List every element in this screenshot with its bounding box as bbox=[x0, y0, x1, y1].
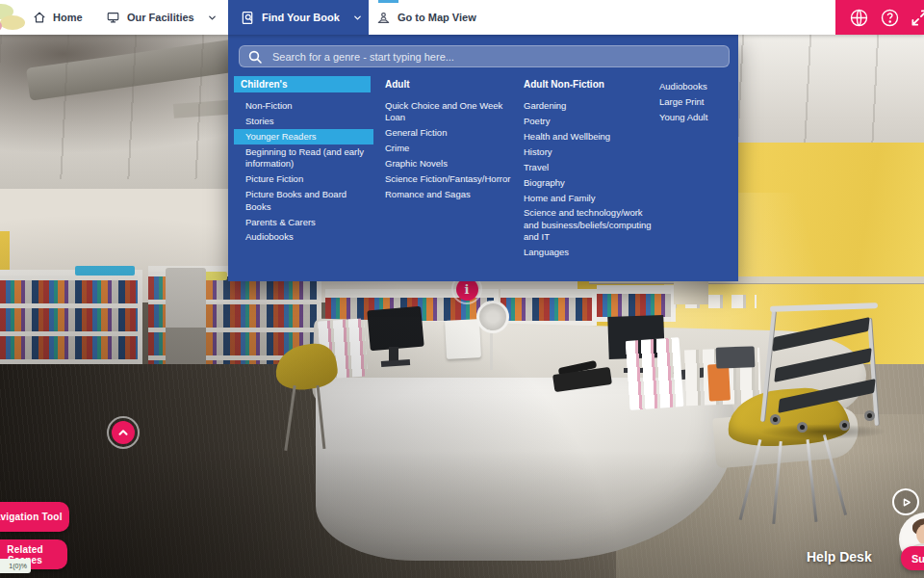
nav-find-your-book[interactable]: Find Your Book bbox=[228, 0, 369, 35]
desk-sign bbox=[716, 346, 756, 368]
menu-item[interactable]: General Fiction bbox=[385, 125, 510, 141]
menu-item[interactable]: Stories bbox=[234, 114, 373, 129]
find-your-book-dropdown: Children'sNon-FictionStoriesYounger Read… bbox=[228, 35, 738, 281]
leaflet-rack-2 bbox=[626, 337, 684, 410]
chevron-down-icon bbox=[352, 13, 363, 23]
search-icon bbox=[247, 49, 263, 65]
shelf-sign bbox=[75, 266, 135, 276]
nav-go-to-map-view-label: Go to Map View bbox=[398, 12, 476, 23]
menu-column-header[interactable]: Children's bbox=[234, 76, 371, 92]
menu-column: Children'sNon-FictionStoriesYounger Read… bbox=[234, 76, 385, 261]
menu-item[interactable]: Parents & Carers bbox=[234, 215, 373, 230]
fan-pole bbox=[490, 333, 493, 370]
map-person-icon bbox=[376, 11, 391, 25]
zoom-level-badge: 1(0)% bbox=[0, 559, 31, 573]
nav-our-facilities[interactable]: Our Facilities bbox=[106, 0, 218, 35]
genre-search-bar[interactable] bbox=[239, 45, 730, 67]
menu-column: AudiobooksLarge PrintYoung Adult bbox=[659, 76, 742, 261]
menu-column: Adult Non-FictionGardeningPoetryHealth a… bbox=[520, 76, 659, 261]
trolley-wheel bbox=[864, 410, 875, 421]
nav-our-facilities-label: Our Facilities bbox=[127, 12, 194, 23]
menu-item[interactable]: Romance and Sagas bbox=[385, 187, 510, 202]
menu-item[interactable]: Poetry bbox=[524, 114, 652, 129]
menu-item[interactable]: Biography bbox=[524, 175, 652, 191]
orange-leaflet bbox=[707, 363, 731, 401]
nav-go-to-map-view[interactable]: Go to Map View bbox=[376, 0, 476, 35]
menu-item[interactable]: Younger Readers bbox=[234, 129, 373, 144]
site-logo[interactable] bbox=[0, 2, 37, 33]
subtitles-button[interactable]: Subtitles bbox=[901, 546, 924, 570]
top-navigation-bar: Home Our Facilities Find Your Book Go to… bbox=[0, 0, 924, 35]
navigation-tool-button[interactable]: Navigation Tool bbox=[0, 502, 69, 532]
genre-search-input[interactable] bbox=[270, 50, 721, 64]
book-search-icon bbox=[241, 11, 255, 25]
menu-item[interactable]: Quick Choice and One Week Loan bbox=[385, 98, 510, 125]
menu-item-list: Non-FictionStoriesYounger ReadersBeginni… bbox=[234, 98, 385, 246]
menu-item[interactable]: Picture Fiction bbox=[234, 171, 373, 187]
menu-item[interactable]: Travel bbox=[524, 160, 652, 175]
menu-item[interactable]: Gardening bbox=[524, 98, 652, 114]
menu-item[interactable]: History bbox=[524, 144, 652, 160]
menu-item[interactable]: Non-Fiction bbox=[234, 98, 373, 114]
menu-item[interactable]: Audiobooks bbox=[659, 79, 741, 94]
nav-home-label: Home bbox=[53, 12, 83, 23]
logo-shape bbox=[0, 15, 25, 30]
menu-item-list: AudiobooksLarge PrintYoung Adult bbox=[659, 79, 742, 125]
menu-item[interactable]: Beginning to Read (and early information… bbox=[234, 144, 373, 171]
scene-title: Help Desk bbox=[807, 549, 872, 565]
home-icon bbox=[33, 11, 46, 24]
desk-monitor-left bbox=[367, 306, 424, 352]
nav-find-your-book-label: Find Your Book bbox=[262, 12, 340, 23]
menu-item[interactable]: Science and technology/work and business… bbox=[524, 206, 652, 246]
help-icon[interactable] bbox=[880, 8, 900, 28]
menu-column-header[interactable]: Adult bbox=[385, 76, 520, 92]
up-arrow-icon bbox=[112, 421, 135, 444]
receipt-printer bbox=[445, 319, 481, 359]
menu-item[interactable]: Picture Books and Board Books bbox=[234, 187, 373, 214]
genre-columns: Children'sNon-FictionStoriesYounger Read… bbox=[234, 76, 742, 261]
navigate-forward-hotspot[interactable] bbox=[107, 416, 140, 449]
utility-icon-bar bbox=[835, 0, 924, 35]
avatar-face bbox=[916, 524, 924, 545]
menu-item[interactable]: Languages bbox=[524, 246, 652, 261]
desk-fan bbox=[476, 301, 509, 333]
fullscreen-icon[interactable] bbox=[911, 9, 924, 27]
menu-item[interactable]: Graphic Novels bbox=[385, 156, 510, 171]
menu-item[interactable]: Home and Family bbox=[524, 191, 652, 206]
menu-column-header[interactable]: Adult Non-Fiction bbox=[524, 76, 659, 92]
menu-item-list: GardeningPoetryHealth and WellbeingHisto… bbox=[524, 98, 659, 261]
menu-column: AdultQuick Choice and One Week LoanGener… bbox=[385, 76, 520, 261]
menu-item[interactable]: Large Print bbox=[659, 94, 741, 110]
trolley-shadow bbox=[758, 424, 887, 439]
menu-item[interactable]: Crime bbox=[385, 141, 510, 156]
menu-item[interactable]: Health and Wellbeing bbox=[524, 129, 652, 144]
monitor-icon bbox=[106, 11, 120, 24]
trolley-wheel bbox=[770, 414, 781, 425]
menu-item[interactable]: Science Fiction/Fantasy/Horror bbox=[385, 171, 510, 187]
play-icon bbox=[900, 496, 912, 509]
trolley-wheel bbox=[797, 422, 808, 433]
menu-item[interactable]: Audiobooks bbox=[234, 230, 373, 246]
play-video-button[interactable] bbox=[892, 488, 919, 515]
trolley-wheel bbox=[839, 420, 850, 431]
chevron-down-icon bbox=[207, 13, 218, 23]
nav-home[interactable]: Home bbox=[33, 0, 83, 35]
language-globe-icon[interactable] bbox=[849, 8, 869, 28]
active-scene-indicator bbox=[378, 0, 398, 3]
bookshelf-mid-2 bbox=[500, 289, 597, 326]
menu-item-list: Quick Choice and One Week LoanGeneral Fi… bbox=[385, 98, 520, 202]
menu-item[interactable]: Young Adult bbox=[659, 110, 741, 125]
